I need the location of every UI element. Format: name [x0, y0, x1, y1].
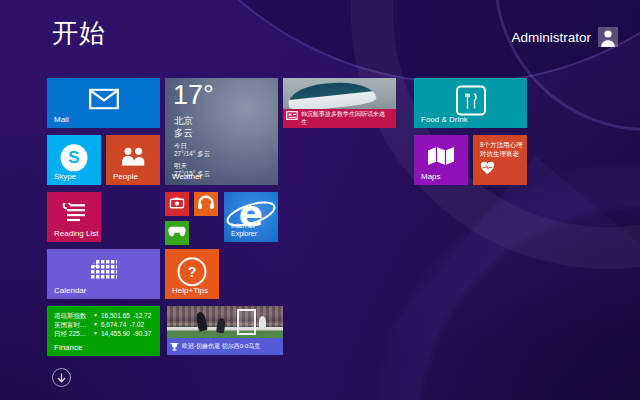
- player-graphic: [216, 318, 226, 334]
- tile-label: Calendar: [54, 286, 86, 295]
- news-headline-banner: 韩沉船事故多数学生因听话未逃生: [283, 109, 396, 128]
- fork-knife-icon: [456, 86, 486, 116]
- finance-row: 英国富时… ▼ 6,674.74 -7.02: [54, 320, 151, 329]
- sports-headline: 欧冠-切赫伤退 切尔西0-0马竞: [182, 343, 274, 350]
- start-screen: 开始 Administrator Mail 17° 北京 多云 今日 27°/1…: [0, 0, 640, 400]
- news-headline: 韩沉船事故多数学生因听话未逃生: [301, 111, 387, 126]
- tile-calendar[interactable]: Calendar: [47, 249, 160, 299]
- tile-label: Skype: [54, 172, 76, 181]
- map-icon: [427, 146, 455, 170]
- tile-camera[interactable]: [165, 192, 189, 216]
- question-mark-icon: ?: [178, 257, 207, 286]
- tile-label: Internet Explorer: [231, 222, 267, 238]
- tile-finance[interactable]: 道琼斯指数 ▼ 16,501.65 -12.72 英国富时… ▼ 6,674.7…: [47, 306, 160, 356]
- reading-list-icon: [61, 203, 87, 227]
- user-avatar[interactable]: [598, 27, 618, 47]
- tile-label: Mail: [54, 115, 69, 124]
- user-name[interactable]: Administrator: [511, 30, 591, 45]
- tile-weather[interactable]: 17° 北京 多云 今日 27°/14° 多云 明天 27°/15° 多云 We…: [165, 78, 278, 185]
- finance-quotes: 道琼斯指数 ▼ 16,501.65 -12.72 英国富时… ▼ 6,674.7…: [54, 311, 151, 338]
- envelope-icon: [89, 89, 119, 114]
- finance-row: 道琼斯指数 ▼ 16,501.65 -12.72: [54, 311, 151, 320]
- tile-mail[interactable]: Mail: [47, 78, 160, 128]
- tile-maps[interactable]: Maps: [414, 135, 468, 185]
- tile-label: Weather: [172, 172, 202, 181]
- people-icon: [120, 147, 146, 170]
- finance-row: 日经 225… ▼ 14,455.90 -90.37: [54, 329, 151, 338]
- heart-pulse-icon: [480, 161, 495, 179]
- calendar-icon: [91, 260, 117, 284]
- tile-label: Maps: [421, 172, 441, 181]
- tile-reading-list[interactable]: Reading List: [47, 192, 101, 242]
- tile-internet-explorer[interactable]: e Internet Explorer: [224, 192, 278, 242]
- weather-today-forecast: 27°/14° 多云: [174, 150, 210, 159]
- trophy-icon: [170, 342, 179, 352]
- background-swirl: [381, 156, 640, 400]
- capsized-ship-graphic: [287, 78, 377, 112]
- down-triangle-icon: ▼: [93, 311, 98, 320]
- down-triangle-icon: ▼: [93, 320, 98, 329]
- tile-people[interactable]: People: [106, 135, 160, 185]
- tile-music[interactable]: [194, 192, 218, 216]
- weather-condition: 多云: [174, 127, 193, 140]
- tile-food-and-drink[interactable]: Food & Drink: [414, 78, 527, 128]
- tile-games[interactable]: [165, 221, 189, 245]
- skype-icon: S: [61, 144, 88, 171]
- tile-help-tips[interactable]: ? Help+Tips: [165, 249, 219, 299]
- down-triangle-icon: ▼: [93, 329, 98, 338]
- headphones-icon: [198, 194, 215, 214]
- background-swirl: [360, 150, 640, 400]
- page-title: 开始: [52, 16, 106, 51]
- down-arrow-icon: [57, 373, 66, 383]
- tile-health-fitness[interactable]: 8个方法用心理对抗生理衰老: [473, 135, 527, 185]
- sports-headline-banner: 欧冠-切赫伤退 切尔西0-0马竞: [167, 338, 283, 355]
- tile-label: Help+Tips: [172, 286, 208, 295]
- camera-icon: [170, 195, 185, 213]
- player-graphic: [259, 316, 266, 329]
- tile-label: Food & Drink: [421, 115, 468, 124]
- goalpost-graphic: [237, 309, 256, 335]
- weather-temperature: 17°: [173, 79, 214, 111]
- tile-label: Finance: [54, 343, 82, 352]
- newspaper-icon: [286, 111, 298, 120]
- xbox-controller-icon: [168, 224, 187, 242]
- tile-sports[interactable]: 欧冠-切赫伤退 切尔西0-0马竞: [167, 306, 283, 355]
- tile-label: People: [113, 172, 138, 181]
- health-headline: 8个方法用心理对抗生理衰老: [480, 141, 524, 158]
- tile-news[interactable]: 韩沉船事故多数学生因听话未逃生: [283, 78, 396, 128]
- tile-skype[interactable]: S Skype: [47, 135, 101, 185]
- user-avatar-icon: [598, 27, 618, 47]
- user-zone[interactable]: Administrator: [511, 27, 618, 47]
- all-apps-button[interactable]: [52, 368, 71, 387]
- tile-label: Reading List: [54, 229, 98, 238]
